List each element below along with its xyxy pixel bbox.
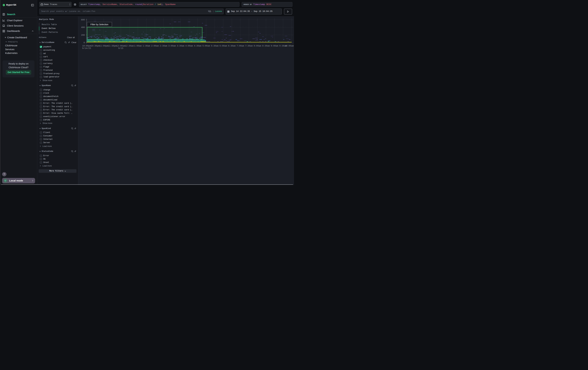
svg-text:9:00am: 9:00am (271, 45, 278, 47)
svg-text:400: 400 (81, 26, 85, 29)
svg-text:2:30am: 2:30am (159, 45, 167, 47)
svg-text:3:00am: 3:00am (168, 45, 176, 47)
svg-text:6:30am: 6:30am (228, 45, 236, 47)
svg-text:5:00am: 5:00am (202, 45, 210, 47)
svg-text:2:00am: 2:00am (151, 45, 158, 47)
svg-text:7:30am: 7:30am (245, 45, 253, 47)
svg-text:600: 600 (81, 19, 85, 21)
svg-text:8:00am: 8:00am (253, 45, 261, 47)
svg-text:4:00am: 4:00am (185, 45, 193, 47)
svg-text:12:30am: 12:30am (125, 45, 134, 47)
svg-text:5:30am: 5:30am (211, 45, 219, 47)
svg-text:6:00am: 6:00am (220, 45, 227, 47)
svg-text:10:00am: 10:00am (285, 45, 294, 47)
svg-text:8:30am: 8:30am (262, 45, 270, 47)
svg-text:Filter by Selection: Filter by Selection (90, 23, 108, 26)
svg-text:10:00pm: 10:00pm (82, 45, 91, 47)
svg-text:0: 0 (84, 41, 85, 44)
svg-text:9/15: 9/15 (118, 47, 123, 50)
svg-text:1:00am: 1:00am (134, 45, 142, 47)
svg-text:7:00am: 7:00am (237, 45, 244, 47)
svg-text:4:30am: 4:30am (194, 45, 201, 47)
svg-text:12:00am: 12:00am (116, 45, 125, 47)
svg-text:10:30pm: 10:30pm (91, 45, 99, 47)
svg-text:11:00pm: 11:00pm (99, 45, 108, 47)
svg-text:200: 200 (81, 34, 85, 36)
svg-text:3:30am: 3:30am (177, 45, 184, 47)
svg-text:11:30pm: 11:30pm (108, 45, 116, 47)
svg-text:1:30am: 1:30am (143, 45, 150, 47)
svg-text:9/14/25: 9/14/25 (82, 47, 91, 50)
